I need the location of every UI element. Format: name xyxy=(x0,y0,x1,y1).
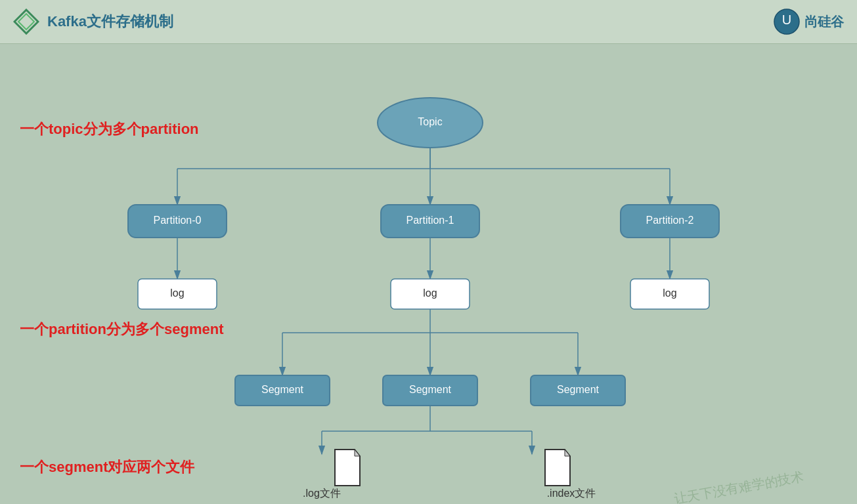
index-file-label: .index文件 xyxy=(547,488,596,499)
log-1-label: log xyxy=(423,287,437,299)
segment-left-label: Segment xyxy=(261,384,304,395)
brand-logo: U 尚硅谷 xyxy=(773,8,844,35)
segment-right-label: Segment xyxy=(557,384,600,395)
header-left: Kafka文件存储机制 xyxy=(13,9,173,35)
partition-0-label: Partition-0 xyxy=(154,215,202,226)
page-title: Kafka文件存储机制 xyxy=(47,12,173,32)
log-file-label: .log文件 xyxy=(303,488,341,499)
svg-marker-24 xyxy=(355,450,360,456)
brand-icon: U xyxy=(773,8,801,35)
svg-marker-26 xyxy=(565,450,570,456)
diamond-icon xyxy=(13,9,39,35)
topic-label: Topic xyxy=(418,116,442,127)
header: Kafka文件存储机制 U 尚硅谷 xyxy=(0,0,857,44)
partition-2-label: Partition-2 xyxy=(646,215,694,226)
log-file-icon xyxy=(335,450,360,486)
main-content: 一个topic分为多个partition 一个partition分为多个segm… xyxy=(0,44,857,504)
kafka-diagram: Topic Partition-0 Partition-1 Partition-… xyxy=(0,77,857,504)
partition-1-label: Partition-1 xyxy=(407,215,454,226)
brand-name: 尚硅谷 xyxy=(804,13,844,31)
segment-mid-label: Segment xyxy=(409,384,452,395)
log-0-label: log xyxy=(170,287,184,299)
index-file-icon xyxy=(545,450,570,486)
log-2-label: log xyxy=(663,287,676,299)
svg-text:U: U xyxy=(782,12,791,27)
